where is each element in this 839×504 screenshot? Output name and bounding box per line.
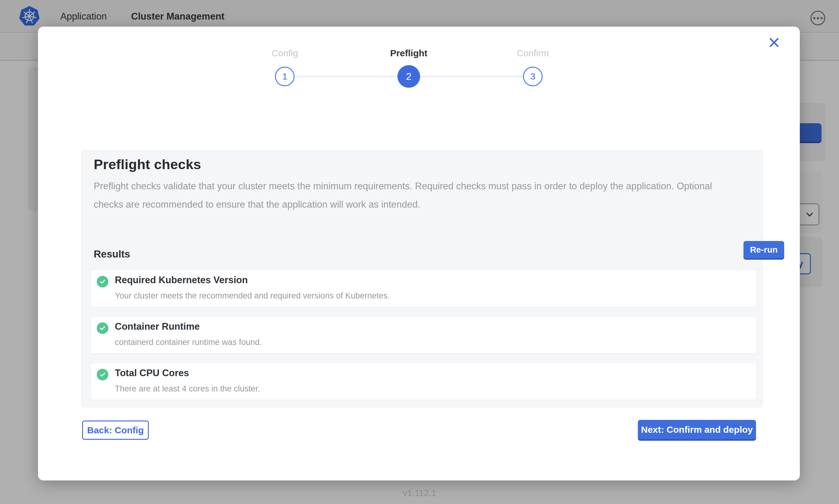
check-description: Your cluster meets the recommended and r… — [115, 291, 390, 301]
check-pass-icon — [97, 276, 108, 287]
check-title: Total CPU Cores — [115, 367, 189, 379]
next-confirm-deploy-button[interactable]: Next: Confirm and deploy — [638, 420, 756, 439]
modal-description: Preflight checks validate that your clus… — [94, 177, 743, 214]
check-row-total-cpu-cores: Total CPU Cores There are at least 4 cor… — [91, 363, 756, 400]
check-title: Container Runtime — [115, 321, 200, 332]
close-icon[interactable] — [766, 35, 782, 51]
check-description: There are at least 4 cores in the cluste… — [115, 384, 260, 394]
check-pass-icon — [97, 322, 108, 334]
step-label-config: Config — [239, 48, 331, 58]
rerun-button[interactable]: Re-run — [743, 241, 784, 258]
preflight-modal: Config Preflight Confirm 1 2 3 Preflight… — [38, 26, 800, 481]
check-pass-icon — [97, 369, 108, 380]
modal-title: Preflight checks — [94, 157, 201, 173]
check-title: Required Kubernetes Version — [115, 275, 248, 286]
step-circle-1[interactable]: 1 — [275, 67, 295, 86]
step-label-confirm: Confirm — [487, 48, 579, 58]
step-circle-3[interactable]: 3 — [523, 67, 543, 86]
back-config-button[interactable]: Back: Config — [82, 420, 149, 440]
results-heading: Results — [94, 248, 130, 260]
check-row-kubernetes-version: Required Kubernetes Version Your cluster… — [91, 270, 756, 307]
step-label-preflight: Preflight — [363, 48, 455, 58]
check-description: containerd container runtime was found. — [115, 338, 262, 347]
check-row-container-runtime: Container Runtime containerd container r… — [91, 317, 756, 353]
step-circle-2[interactable]: 2 — [397, 65, 420, 88]
